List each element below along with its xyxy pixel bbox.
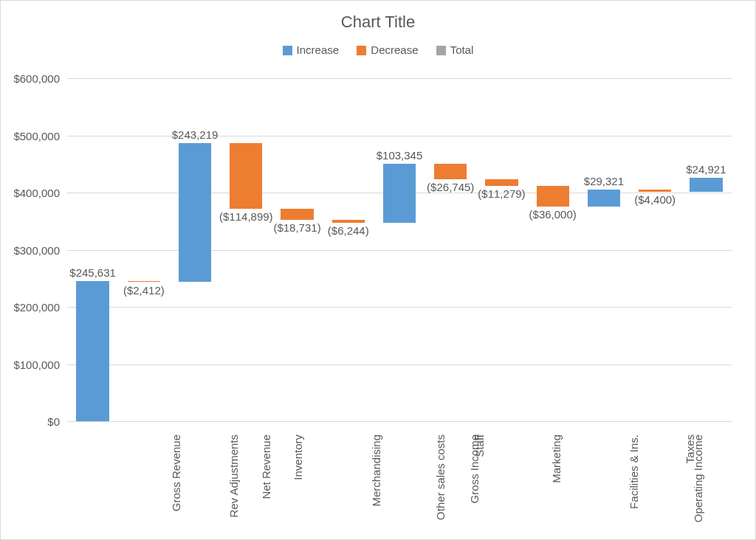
gridline [67, 364, 732, 365]
bar-decrease [281, 209, 313, 220]
x-axis-tick-label: Merchandising [369, 433, 382, 507]
x-axis-tick-label: Marketing [550, 433, 563, 483]
bar-decrease [537, 186, 569, 207]
legend-decrease: Decrease [357, 44, 421, 56]
bar-decrease [128, 281, 160, 283]
bar-decrease [332, 220, 365, 224]
bar-decrease [230, 143, 262, 209]
data-label: ($36,000) [523, 208, 583, 221]
legend-increase-label: Increase [297, 44, 340, 56]
data-label: ($2,412) [114, 284, 173, 297]
bar-decrease [485, 179, 518, 186]
data-label: ($114,899) [216, 210, 275, 223]
legend-total: Total [436, 44, 474, 56]
chart-title: Chart Title [1, 13, 755, 32]
chart-legend: Increase Decrease Total [1, 44, 755, 56]
gridline [67, 78, 732, 79]
x-axis-tick-label: Rev Adjustments [227, 433, 239, 518]
data-label: $103,345 [370, 149, 429, 162]
bar-increase [179, 143, 211, 282]
y-axis-tick-label: $600,000 [13, 72, 60, 85]
legend-total-label: Total [450, 44, 474, 56]
data-label: $24,921 [676, 163, 735, 176]
x-axis-tick-label: Inventory [292, 433, 304, 480]
y-axis-tick-label: $100,000 [13, 358, 60, 370]
legend-decrease-label: Decrease [371, 44, 418, 56]
legend-decrease-swatch [357, 46, 366, 55]
y-axis-tick-label: $500,000 [13, 129, 60, 142]
data-label: ($11,279) [472, 187, 531, 200]
bar-increase [588, 190, 620, 207]
data-label: $245,631 [63, 266, 123, 279]
y-axis-labels: $0$100,000$200,000$300,000$400,000$500,0… [1, 78, 60, 421]
legend-increase: Increase [283, 44, 343, 56]
bar-increase [690, 178, 722, 192]
x-axis-tick-label: Facilities & Ins. [628, 433, 640, 509]
bar-increase [76, 281, 109, 421]
gridline [67, 307, 732, 308]
gridline [67, 250, 732, 251]
bar-increase [383, 164, 416, 223]
bar-decrease [639, 190, 671, 192]
legend-total-swatch [436, 46, 446, 55]
x-axis-tick-label: Gross Revenue [170, 433, 182, 511]
y-axis-tick-label: $400,000 [13, 187, 60, 199]
x-axis-tick-label: Taxes [684, 433, 696, 463]
gridline [67, 421, 732, 422]
waterfall-chart: Chart Title Increase Decrease Total $0$1… [0, 0, 756, 540]
data-label: ($18,731) [268, 221, 327, 234]
data-label: $243,219 [165, 128, 224, 141]
y-axis-tick-label: $300,000 [13, 243, 60, 256]
x-axis-tick-label: Net Revenue [260, 433, 272, 499]
plot-area: $245,631($2,412)$243,219($114,899)($18,7… [67, 78, 732, 421]
data-label: ($6,244) [319, 224, 378, 237]
y-axis-tick-label: $0 [47, 415, 60, 428]
legend-increase-swatch [283, 46, 292, 55]
x-axis-tick-label: Other sales costs [434, 433, 447, 520]
x-axis-labels: Gross RevenueRev AdjustmentsNet RevenueI… [67, 429, 732, 532]
data-label: $29,321 [574, 175, 633, 187]
bar-decrease [434, 164, 467, 179]
x-axis-tick-label: Staff [473, 433, 486, 457]
data-label: ($4,400) [625, 193, 684, 206]
y-axis-tick-label: $200,000 [13, 301, 60, 314]
data-label: ($26,745) [421, 181, 480, 193]
